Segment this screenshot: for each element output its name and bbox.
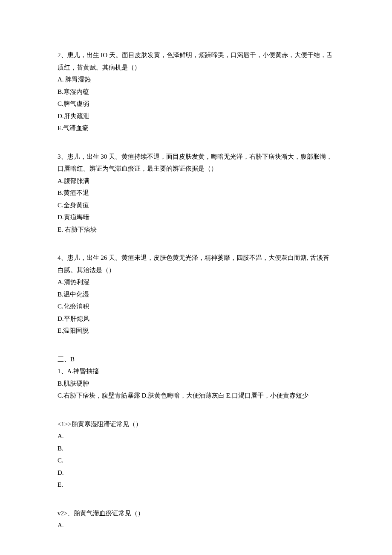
question-stem: 4、患儿，出生 26 天。黄疸未退，皮肤色黄无光泽，精神萎靡，四肢不温，大便灰白… (58, 252, 334, 276)
option-a: A. (58, 430, 334, 442)
question-stem: 3、患儿，出生 30 天。黄疸持续不退，面目皮肤发黄，晦暗无光泽，右胁下痞块渐大… (58, 151, 334, 175)
option-e: E.温阳固脱 (58, 325, 334, 337)
option-d: D.平肝熄风 (58, 313, 334, 325)
option-b: B.温中化湿 (58, 288, 334, 301)
shared-option-line-1: 1、A.神昏抽搐 (58, 365, 334, 378)
option-c: C.化瘀消积 (58, 300, 334, 313)
question-4: 4、患儿，出生 26 天。黄疸未退，皮肤色黄无光泽，精神萎靡，四肢不温，大便灰白… (58, 252, 334, 337)
section-b: 三、B 1、A.神昏抽搐 B.肌肤硬肿 C.右胁下痞块，腹壁青筋暴露 D.肤黄色… (58, 353, 334, 402)
question-3: 3、患儿，出生 30 天。黄疸持续不退，面目皮肤发黄，晦暗无光泽，右胁下痞块渐大… (58, 151, 334, 236)
option-d: D.肝失疏泄 (58, 110, 334, 122)
subquestion-stem: <1>>胎黄寒湿阻滞证常见（） (58, 418, 334, 430)
option-a: A. 脾胃湿热 (58, 73, 334, 86)
option-b: B.黄疸不退 (58, 187, 334, 199)
option-b: B.寒湿内蕴 (58, 86, 334, 98)
option-d: D.黄疸晦暗 (58, 211, 334, 224)
question-stem: 2、患儿，出生 IO 天。面目皮肤发黄，色泽鲜明，烦躁啼哭，口渴唇干，小便黄赤，… (58, 49, 334, 73)
option-e: E. (58, 479, 334, 491)
option-e: E.气滞血瘀 (58, 122, 334, 134)
option-d: D. (58, 467, 334, 479)
option-e: E. 右胁下痞块 (58, 224, 334, 236)
subquestion-1: <1>>胎黄寒湿阻滞证常见（） A. B. C. D. E. (58, 418, 334, 491)
subquestion-2: v2>、胎黄气滞血瘀证常见（） A. (58, 507, 334, 532)
option-c: C.脾气虚弱 (58, 98, 334, 110)
option-a: A.腹部胀满 (58, 175, 334, 187)
option-a: A.清热利湿 (58, 276, 334, 288)
option-c: C. (58, 454, 334, 467)
subquestion-stem: v2>、胎黄气滞血瘀证常见（） (58, 507, 334, 520)
question-2: 2、患儿，出生 IO 天。面目皮肤发黄，色泽鲜明，烦躁啼哭，口渴唇干，小便黄赤，… (58, 49, 334, 134)
option-a: A. (58, 519, 334, 532)
shared-option-line-2: B.肌肤硬肿 (58, 378, 334, 390)
section-b-header: 三、B (58, 353, 334, 366)
option-c: C.全身黄疸 (58, 199, 334, 212)
shared-option-line-3: C.右胁下痞块，腹壁青筋暴露 D.肤黄色晦暗，大便油薄灰白 E.口渴口唇干，小便… (58, 389, 334, 402)
option-b: B. (58, 442, 334, 455)
